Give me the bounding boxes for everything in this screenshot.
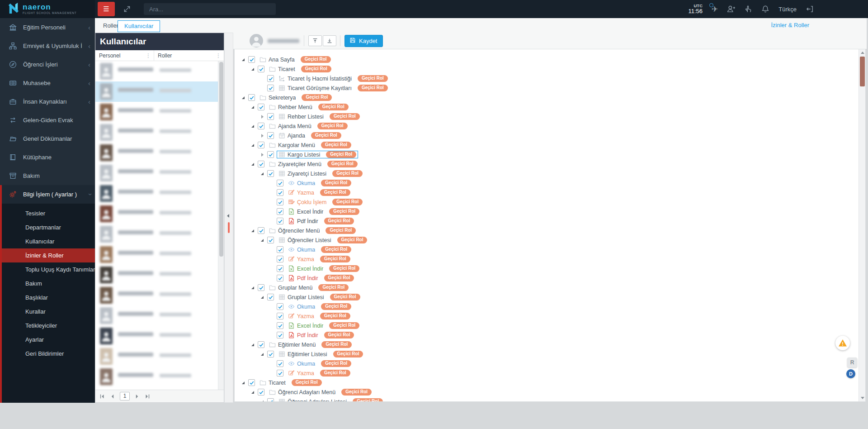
tree-node-body[interactable]: Pdf İndirGeçici Rol bbox=[286, 217, 356, 225]
panel-splitter[interactable] bbox=[224, 33, 233, 403]
tree-expander-open-icon[interactable] bbox=[250, 228, 256, 234]
user-row[interactable] bbox=[95, 81, 224, 102]
tree-node-body[interactable]: Eğitimler ListesiGeçici Rol bbox=[277, 350, 365, 358]
tree-checkbox-checked[interactable] bbox=[277, 218, 283, 224]
tree-checkbox-checked[interactable] bbox=[258, 284, 264, 291]
sidebar-item-bak-m[interactable]: Bakım bbox=[0, 167, 95, 185]
tree-expander-open-icon[interactable] bbox=[241, 57, 246, 62]
tree-checkbox-checked[interactable] bbox=[258, 161, 264, 167]
tree-checkbox-checked[interactable] bbox=[277, 208, 283, 215]
tree-checkbox-checked[interactable] bbox=[248, 94, 255, 101]
sidebar-subitem-ba-l-klar[interactable]: Başlıklar bbox=[2, 291, 95, 305]
pointer-icon[interactable] bbox=[744, 5, 752, 13]
tree-node-body[interactable]: Gruplar ListesiGeçici Rol bbox=[277, 293, 362, 301]
current-page-indicator[interactable]: 1 bbox=[120, 392, 130, 400]
sidebar-item-k-t-phane[interactable]: Kütüphane bbox=[0, 148, 95, 167]
first-page-button[interactable] bbox=[99, 393, 105, 400]
add-user-icon[interactable] bbox=[727, 5, 735, 13]
users-list-scrollbar[interactable] bbox=[218, 61, 224, 390]
sidebar-subitem-kullan-c-lar[interactable]: Kullanıcılar bbox=[2, 234, 95, 248]
tree-node-body[interactable]: YazmaGeçici Rol bbox=[286, 369, 352, 377]
user-row[interactable] bbox=[95, 102, 224, 122]
tree-node-body[interactable]: Eğitimler MenüGeçici Rol bbox=[267, 341, 354, 348]
tree-node-body[interactable]: Rehber ListesiGeçici Rol bbox=[277, 113, 362, 120]
users-list-scrollbar-thumb[interactable] bbox=[219, 62, 223, 257]
column-header-roller[interactable]: Roller ⋮ bbox=[154, 50, 224, 61]
user-row[interactable] bbox=[95, 305, 224, 326]
tree-node-body[interactable]: Ticaret Görüşme KayıtlarıGeçici Rol bbox=[277, 84, 390, 92]
tree-expander-open-icon[interactable] bbox=[260, 238, 265, 243]
tree-checkbox-checked[interactable] bbox=[277, 275, 283, 281]
tree-expander-closed-icon[interactable] bbox=[260, 152, 265, 157]
tree-node-body[interactable]: Ana SayfaGeçici Rol bbox=[258, 56, 333, 63]
tree-checkbox-checked[interactable] bbox=[277, 313, 283, 319]
tree-checkbox-checked[interactable] bbox=[267, 237, 274, 243]
tree-checkbox-checked[interactable] bbox=[277, 360, 283, 367]
user-row[interactable] bbox=[95, 265, 224, 285]
tree-node-body[interactable]: Rehber MenüGeçici Rol bbox=[267, 103, 350, 111]
tree-expander-open-icon[interactable] bbox=[250, 67, 256, 72]
tree-node-body[interactable]: 12AjandaGeçici Rol bbox=[277, 132, 343, 139]
notifications-bell-icon[interactable] bbox=[761, 5, 769, 13]
tree-checkbox-checked[interactable] bbox=[277, 199, 283, 205]
sidebar-subitem-bak-m[interactable]: Bakım bbox=[2, 276, 95, 291]
tree-node-body[interactable]: Kargolar MenüGeçici Rol bbox=[267, 141, 353, 149]
r-extension-badge[interactable]: R bbox=[847, 358, 857, 367]
tree-expander-closed-icon[interactable] bbox=[260, 114, 265, 119]
tree-node-body[interactable]: OkumaGeçici Rol bbox=[286, 179, 353, 187]
search-input[interactable] bbox=[144, 3, 276, 15]
tree-checkbox-checked[interactable] bbox=[277, 189, 283, 196]
tree-node-body[interactable]: Öğrenci Adayları ListesiGeçici Rol bbox=[277, 398, 385, 402]
tree-node-body[interactable]: Gruplar MenüGeçici Rol bbox=[267, 284, 350, 291]
sidebar-section-label-row[interactable]: Bilgi İşlem ( Ayarlar )‹ bbox=[2, 185, 95, 204]
tree-checkbox-checked[interactable] bbox=[267, 151, 274, 158]
hamburger-menu-button[interactable]: ☰ bbox=[98, 2, 115, 16]
tree-node-body[interactable]: Ajanda MenüGeçici Rol bbox=[267, 122, 349, 130]
logout-icon[interactable] bbox=[806, 5, 814, 13]
fullscreen-toggle-icon[interactable] bbox=[123, 5, 131, 13]
tree-checkbox-checked[interactable] bbox=[267, 351, 274, 358]
tree-checkbox-checked[interactable] bbox=[267, 132, 274, 139]
tree-node-body[interactable]: Öğrenci Adayları MenüGeçici Rol bbox=[267, 388, 373, 396]
collapse-all-button[interactable] bbox=[308, 35, 322, 46]
tree-expander-open-icon[interactable] bbox=[260, 295, 265, 300]
sidebar-item-gelen-giden-evrak[interactable]: Gelen-Giden Evrak bbox=[0, 111, 95, 129]
user-row[interactable] bbox=[95, 143, 224, 163]
tree-expander-open-icon[interactable] bbox=[241, 95, 246, 100]
sidebar-subitem-geri-bildirimler[interactable]: Geri Bildirimler bbox=[2, 347, 95, 361]
sidebar-item-emniyet-uyumluluk-i-zleme[interactable]: Emniyet & Uyumluluk İzleme‹ bbox=[0, 37, 95, 55]
expand-all-button[interactable] bbox=[323, 35, 336, 46]
tree-checkbox-checked[interactable] bbox=[277, 265, 283, 272]
sidebar-subitem-toplu-u-u-kayd-tan-mlar[interactable]: Toplu Uçuş Kaydı Tanımları bbox=[2, 262, 95, 276]
warning-badge[interactable]: ! bbox=[835, 336, 850, 350]
user-row[interactable] bbox=[95, 163, 224, 183]
tree-node-body[interactable]: SekreteryaGeçici Rol bbox=[258, 94, 334, 101]
tree-expander-open-icon[interactable] bbox=[250, 342, 256, 348]
tree-node-body[interactable]: Ziyaretçi ListesiGeçici Rol bbox=[277, 170, 364, 177]
tree-checkbox-checked[interactable] bbox=[258, 227, 264, 234]
sidebar-subitem-ayarlar[interactable]: Ayarlar bbox=[2, 333, 95, 347]
language-selector[interactable]: Türkçe bbox=[778, 6, 797, 13]
tree-node-body[interactable]: Pdf İndirGeçici Rol bbox=[286, 274, 356, 282]
tree-expander-open-icon[interactable] bbox=[260, 352, 265, 357]
tree-node-body[interactable]: TicaretGeçici Rol bbox=[258, 379, 324, 386]
tree-node-body[interactable]: Ticaret İş Hacmi İstatistiğiGeçici Rol bbox=[277, 75, 390, 82]
tree-checkbox-checked[interactable] bbox=[267, 75, 274, 82]
scroll-down-icon[interactable] bbox=[861, 397, 864, 399]
sidebar-subitem-kurallar[interactable]: Kurallar bbox=[2, 305, 95, 319]
user-row[interactable] bbox=[95, 244, 224, 265]
tree-expander-open-icon[interactable] bbox=[250, 285, 256, 291]
next-page-button[interactable] bbox=[134, 393, 140, 400]
tree-checkbox-checked[interactable] bbox=[267, 113, 274, 120]
sidebar-section-bilgi-islem[interactable]: Bilgi İşlem ( Ayarlar )‹ bbox=[0, 185, 95, 204]
d-extension-badge[interactable]: D bbox=[846, 369, 855, 378]
flight-time-icon[interactable]: ✈ bbox=[712, 5, 718, 14]
tree-checkbox-checked[interactable] bbox=[267, 170, 274, 177]
tree-node-body[interactable]: OkumaGeçici Rol bbox=[286, 303, 353, 310]
tree-expander-open-icon[interactable] bbox=[250, 105, 256, 110]
tree-node-body[interactable]: Excel İndirGeçici Rol bbox=[286, 208, 361, 215]
tree-checkbox-checked[interactable] bbox=[277, 370, 283, 377]
tree-checkbox-checked[interactable] bbox=[277, 332, 283, 338]
sidebar-item-e-itim-personeli[interactable]: Eğitim Personeli‹ bbox=[0, 18, 95, 37]
user-row[interactable] bbox=[95, 183, 224, 204]
